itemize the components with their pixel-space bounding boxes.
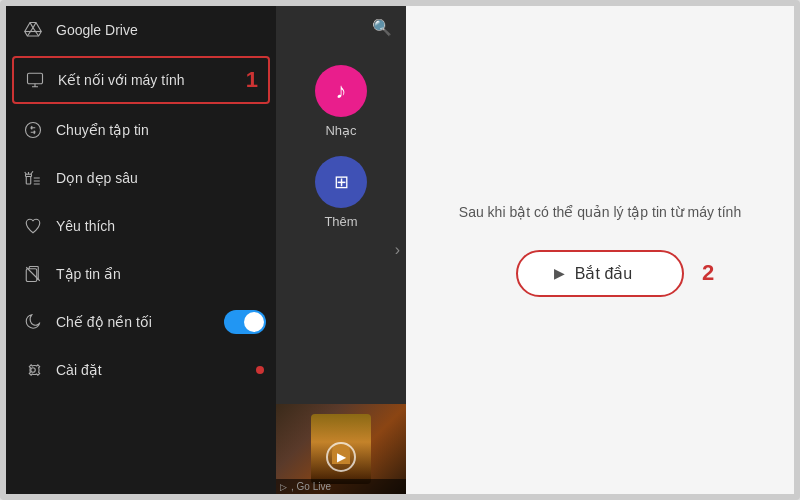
sidebar-item-label: Tập tin ẩn: [56, 266, 121, 282]
sidebar: Google Drive Kết nối với máy tính 1 Chuy…: [6, 6, 276, 494]
right-panel: Sau khi bật có thể quản lý tập tin từ má…: [406, 6, 794, 494]
music-icon-circle: ♪: [315, 65, 367, 117]
sidebar-item-label: Chuyển tập tin: [56, 122, 149, 138]
toggle-knob: [244, 312, 264, 332]
svg-rect-4: [26, 269, 37, 282]
play-icon: ▶: [554, 265, 565, 281]
sidebar-item-label: Yêu thích: [56, 218, 115, 234]
svg-rect-2: [26, 177, 31, 185]
ad-banner: ▷ , Go Live: [276, 479, 406, 494]
badge-2: 2: [702, 260, 714, 286]
sidebar-item-yeu-thich[interactable]: Yêu thích: [6, 202, 276, 250]
music-app-button[interactable]: ♪ Nhạc: [315, 65, 367, 138]
sidebar-item-label: Cài đặt: [56, 362, 102, 378]
middle-panel: 🔍 ♪ Nhạc ⊞ Thêm › ▶: [276, 6, 406, 494]
more-icon-circle: ⊞: [315, 156, 367, 208]
search-icon[interactable]: 🔍: [358, 6, 406, 49]
play-button-small[interactable]: ▶: [326, 442, 356, 472]
sidebar-item-ket-noi[interactable]: Kết nối với máy tính 1: [12, 56, 270, 104]
sidebar-item-chuyen-tap-tin[interactable]: Chuyển tập tin: [6, 106, 276, 154]
notification-dot: [256, 366, 264, 374]
moon-icon: [22, 311, 44, 333]
sidebar-item-cai-dat[interactable]: Cài đặt: [6, 346, 276, 394]
sidebar-item-google-drive[interactable]: Google Drive: [6, 6, 276, 54]
start-button-label: Bắt đầu: [575, 264, 632, 283]
ad-icon: ▷: [280, 482, 287, 492]
start-button-wrapper: ▶ Bắt đầu 2: [516, 250, 684, 297]
svg-rect-0: [28, 73, 43, 84]
hidden-icon: [22, 263, 44, 285]
sidebar-item-label: Kết nối với máy tính: [58, 72, 185, 88]
start-button[interactable]: ▶ Bắt đầu: [516, 250, 684, 297]
sidebar-item-che-do-nen-toi[interactable]: Chế độ nền tối: [6, 298, 276, 346]
right-description: Sau khi bật có thể quản lý tập tin từ má…: [459, 204, 741, 220]
svg-point-6: [31, 368, 36, 373]
settings-icon: [22, 359, 44, 381]
computer-icon: [24, 69, 46, 91]
sidebar-item-label: Chế độ nền tối: [56, 314, 152, 330]
more-icon: ⊞: [334, 171, 349, 193]
clean-icon: [22, 167, 44, 189]
sidebar-item-tap-tin-an[interactable]: Tập tin ẩn: [6, 250, 276, 298]
more-app-button[interactable]: ⊞ Thêm: [315, 156, 367, 229]
sidebar-item-label: Dọn dẹp sâu: [56, 170, 138, 186]
sidebar-item-don-dep-sau[interactable]: Dọn dẹp sâu: [6, 154, 276, 202]
music-app-label: Nhạc: [325, 123, 356, 138]
music-icon: ♪: [336, 78, 347, 104]
svg-rect-3: [26, 174, 32, 176]
app-frame: Google Drive Kết nối với máy tính 1 Chuy…: [0, 0, 800, 500]
transfer-icon: [22, 119, 44, 141]
ad-text: , Go Live: [291, 481, 331, 492]
expand-arrow-icon[interactable]: ›: [395, 241, 400, 259]
svg-point-1: [26, 123, 41, 138]
badge-1: 1: [246, 67, 258, 93]
drive-icon: [22, 19, 44, 41]
more-app-label: Thêm: [324, 214, 357, 229]
thumbnail-area: ▶ ▷ , Go Live: [276, 404, 406, 494]
sidebar-item-label: Google Drive: [56, 22, 138, 38]
dark-mode-toggle[interactable]: [224, 310, 266, 334]
heart-icon: [22, 215, 44, 237]
